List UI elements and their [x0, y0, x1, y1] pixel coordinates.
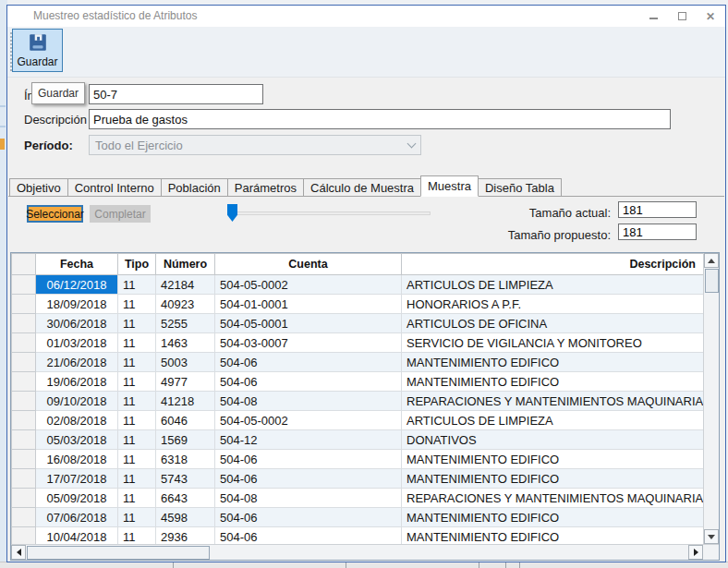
tamano-actual-input[interactable] [618, 201, 697, 218]
table-cell[interactable]: 11 [118, 314, 156, 333]
table-cell[interactable]: 02/08/2018 [36, 411, 118, 430]
descripcion-input[interactable] [89, 109, 671, 129]
row-selector-cell[interactable] [12, 314, 36, 333]
table-cell[interactable]: 09/10/2018 [36, 392, 118, 411]
table-cell[interactable]: 504-06 [215, 450, 402, 469]
table-cell[interactable]: 5003 [156, 353, 215, 372]
table-cell[interactable]: 504-08 [215, 489, 402, 508]
row-selector-cell[interactable] [12, 295, 36, 314]
column-header[interactable]: Número [156, 254, 215, 275]
save-button[interactable]: Guardar [12, 29, 63, 72]
row-selector-cell[interactable] [12, 333, 36, 353]
table-cell[interactable]: 6046 [156, 411, 215, 430]
table-cell[interactable]: 11 [118, 333, 156, 353]
vertical-scrollbar[interactable] [703, 253, 719, 544]
indice-input[interactable] [89, 84, 263, 104]
table-cell[interactable]: 07/06/2018 [36, 508, 118, 527]
table-cell[interactable]: REPARACIONES Y MANTENIMIENTOS MAQUINARIA… [402, 489, 704, 508]
row-selector-cell[interactable] [12, 508, 36, 527]
table-cell[interactable]: 21/06/2018 [36, 353, 118, 372]
row-selector-cell[interactable] [12, 527, 36, 545]
seleccionar-button[interactable]: Seleccionar [27, 205, 83, 223]
row-selector-cell[interactable] [12, 411, 36, 430]
table-cell[interactable]: 504-06 [215, 353, 402, 372]
maximize-button[interactable] [676, 11, 687, 22]
table-cell[interactable]: MANTENIMIENTO EDIFICO [402, 450, 704, 469]
table-cell[interactable]: 4598 [156, 508, 215, 527]
table-cell[interactable]: 5743 [156, 469, 215, 489]
table-cell[interactable]: ARTICULOS DE OFICINA [402, 314, 704, 333]
tab-objetivo[interactable]: Objetivo [9, 178, 68, 197]
horizontal-scrollbar[interactable] [11, 544, 719, 560]
table-cell[interactable]: 11 [118, 372, 156, 392]
table-cell[interactable]: 10/04/2018 [36, 527, 118, 545]
vertical-scrollbar-thumb[interactable] [705, 269, 719, 293]
column-header[interactable]: Cuenta [215, 254, 402, 275]
column-header[interactable]: Fecha [36, 254, 118, 275]
table-cell[interactable]: 11 [118, 508, 156, 527]
sample-slider-thumb[interactable] [227, 204, 237, 222]
row-selector-cell[interactable] [12, 450, 36, 469]
tab-poblaci-n[interactable]: Población [161, 178, 228, 197]
table-cell[interactable]: 504-05-0001 [215, 314, 402, 333]
table-cell[interactable]: MANTENIMIENTO EDIFICO [402, 469, 704, 489]
table-cell[interactable]: 40923 [156, 295, 215, 314]
tab-par-metros[interactable]: Parámetros [227, 178, 304, 197]
row-selector-cell[interactable] [12, 392, 36, 411]
table-cell[interactable]: 11 [118, 527, 156, 545]
tab-control-interno[interactable]: Control Interno [67, 178, 162, 197]
table-cell[interactable]: 504-08 [215, 392, 402, 411]
table-cell[interactable]: 504-06 [215, 508, 402, 527]
table-cell[interactable]: 18/09/2018 [36, 295, 118, 314]
table-cell[interactable]: 6318 [156, 450, 215, 469]
table-cell[interactable]: 11 [118, 469, 156, 489]
table-cell[interactable]: 11 [118, 489, 156, 508]
table-cell[interactable]: 504-01-0001 [215, 295, 402, 314]
scroll-down-button[interactable] [704, 529, 719, 544]
row-selector-cell[interactable] [12, 469, 36, 489]
table-cell[interactable]: MANTENIMIENTO EDIFICO [402, 353, 704, 372]
table-cell[interactable]: 504-03-0007 [215, 333, 402, 353]
table-cell[interactable]: 504-06 [215, 469, 402, 489]
table-cell[interactable]: ARTICULOS DE LIMPIEZA [402, 411, 704, 430]
completar-button[interactable]: Completar [90, 205, 151, 223]
table-cell[interactable]: REPARACIONES Y MANTENIMIENTOS MAQUINARIA… [402, 392, 704, 411]
close-button[interactable]: ✕ [705, 11, 716, 22]
table-cell[interactable]: 17/07/2018 [36, 469, 118, 489]
scroll-right-button[interactable] [688, 545, 703, 560]
minimize-button[interactable] [648, 11, 659, 22]
table-cell[interactable]: 1463 [156, 333, 215, 353]
row-selector-cell[interactable] [12, 275, 36, 295]
table-cell[interactable]: 05/03/2018 [36, 430, 118, 450]
table-cell[interactable]: 504-12 [215, 430, 402, 450]
table-cell[interactable]: 6643 [156, 489, 215, 508]
table-cell[interactable]: 504-06 [215, 372, 402, 392]
tab-dise-o-tabla[interactable]: Diseño Tabla [478, 178, 562, 197]
row-selector-cell[interactable] [12, 430, 36, 450]
table-cell[interactable]: 11 [118, 430, 156, 450]
table-cell[interactable]: ARTICULOS DE LIMPIEZA [402, 275, 704, 295]
periodo-dropdown[interactable]: Todo el Ejercicio [89, 135, 421, 155]
row-selector-cell[interactable] [12, 489, 36, 508]
scroll-left-button[interactable] [11, 545, 26, 560]
table-cell[interactable]: SERVICIO DE VIGILANCIA Y MONITOREO [402, 333, 704, 353]
table-cell[interactable]: 4977 [156, 372, 215, 392]
scroll-up-button[interactable] [704, 253, 719, 268]
table-cell[interactable]: 01/03/2018 [36, 333, 118, 353]
table-cell[interactable]: 16/08/2018 [36, 450, 118, 469]
table-cell[interactable]: 504-05-0002 [215, 275, 402, 295]
table-cell[interactable]: MANTENIMIENTO EDIFICO [402, 527, 704, 545]
table-cell[interactable]: 2936 [156, 527, 215, 545]
row-selector-header[interactable] [12, 254, 36, 275]
table-cell[interactable]: 42184 [156, 275, 215, 295]
table-cell[interactable]: 30/06/2018 [36, 314, 118, 333]
sample-slider-track[interactable] [237, 211, 431, 215]
table-cell[interactable]: 19/06/2018 [36, 372, 118, 392]
table-cell[interactable]: 11 [118, 295, 156, 314]
table-cell[interactable]: 41218 [156, 392, 215, 411]
table-cell[interactable]: 504-06 [215, 527, 402, 545]
horizontal-scrollbar-thumb[interactable] [27, 546, 210, 560]
table-cell[interactable]: 06/12/2018 [36, 275, 118, 295]
table-cell[interactable]: 11 [118, 275, 156, 295]
column-header[interactable]: Descripción [402, 254, 704, 275]
